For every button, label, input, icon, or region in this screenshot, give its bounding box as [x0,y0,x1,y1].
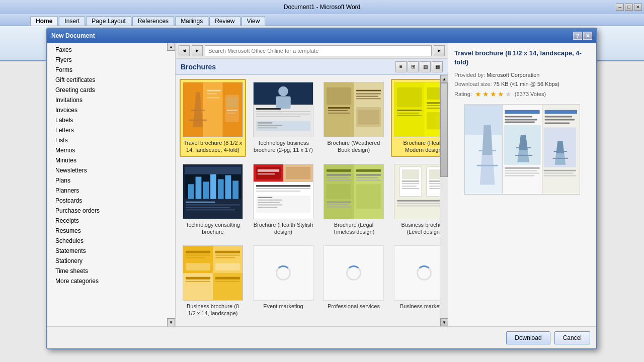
svg-rect-124 [215,257,235,258]
sidebar-item-purchase-orders[interactable]: Purchase orders [47,206,175,216]
dialog-close-button[interactable]: ✕ [583,32,592,40]
svg-rect-62 [186,201,215,203]
sidebar-scroll-down[interactable]: ▼ [167,318,175,326]
svg-rect-146 [515,155,532,156]
scroll-down-arrow[interactable]: ▼ [440,318,448,326]
template-weathered-book[interactable]: Brochure (Weathered Book design) [320,79,387,157]
template-event-marketing[interactable]: Event marketing [250,242,316,320]
sidebar-item-invitations[interactable]: Invitations [47,95,175,105]
search-input[interactable] [205,45,432,56]
svg-rect-111 [397,203,440,204]
svg-rect-159 [553,151,567,152]
preview-image-box [464,104,580,195]
cancel-button[interactable]: Cancel [554,331,590,344]
svg-rect-12 [227,110,238,111]
star-4: ★ [498,90,504,98]
svg-rect-56 [196,176,202,199]
svg-rect-89 [327,201,351,202]
sidebar-item-invoices[interactable]: Invoices [47,105,175,115]
sidebar-item-minutes[interactable]: Minutes [47,155,175,165]
sidebar-item-labels[interactable]: Labels [47,115,175,125]
template-tech-consulting[interactable]: Technology consulting brochure [180,161,246,239]
sidebar-scroll-up[interactable]: ▲ [167,43,175,51]
new-document-dialog: New Document ? ✕ ▲ Faxes Flyers Forms Gi… [46,28,597,349]
sidebar-item-letters[interactable]: Letters [47,125,175,135]
svg-rect-125 [215,263,240,271]
sidebar-item-gift-certificates[interactable]: Gift certificates [47,75,175,85]
svg-rect-138 [505,110,539,114]
svg-rect-94 [356,177,378,178]
svg-rect-41 [397,87,422,107]
svg-rect-152 [545,110,577,114]
svg-rect-127 [186,281,210,282]
sidebar-item-newsletters[interactable]: Newsletters [47,165,175,175]
sidebar-item-postcards[interactable]: Postcards [47,196,175,206]
sidebar-item-memos[interactable]: Memos [47,145,175,155]
view-btn-1[interactable]: ≡ [395,61,407,72]
search-go-button[interactable]: ► [434,45,445,56]
svg-rect-110 [397,200,440,201]
svg-rect-5 [191,110,205,111]
view-btn-3[interactable]: ▥ [420,61,431,72]
svg-rect-60 [225,175,231,199]
sidebar-item-greeting-cards[interactable]: Greeting cards [47,85,175,95]
svg-rect-79 [258,202,280,203]
svg-rect-17 [276,96,291,109]
sidebar-item-statements[interactable]: Statements [47,246,175,256]
template-business-landscape[interactable]: Business brochure (8 1/2 x 14, landscape… [180,242,246,320]
template-travel-brochure[interactable]: Travel brochure (8 1/2 x 14, landscape, … [180,79,246,157]
back-button[interactable]: ◄ [179,45,190,56]
sidebar-item-forms[interactable]: Forms [47,65,175,75]
svg-rect-149 [505,173,539,174]
sidebar-item-receipts[interactable]: Receipts [47,216,175,226]
svg-rect-75 [256,191,301,192]
preview-title: Travel brochure (8 1/2 x 14, landscape, … [454,49,590,67]
svg-rect-105 [429,169,440,179]
svg-rect-65 [186,209,235,210]
svg-rect-18 [256,108,281,110]
sidebar-item-planners[interactable]: Planners [47,186,175,196]
template-label-tech: Technology business brochure (2-pg, 11 x… [253,139,313,154]
hs-thumb-svg [254,164,313,219]
svg-rect-64 [186,207,230,208]
section-header: Brochures ≡ ⊞ ▥ ▦ [176,59,448,75]
svg-rect-51 [436,122,440,128]
template-legal-timeless[interactable]: Brochure (Legal Timeless design) [320,161,387,239]
forward-button[interactable]: ► [192,45,203,56]
svg-rect-96 [356,184,381,209]
svg-rect-109 [429,188,440,189]
dialog-help-button[interactable]: ? [573,32,582,40]
templates-scroll[interactable]: Travel brochure (8 1/2 x 14, landscape, … [176,75,440,326]
sidebar-item-resumes[interactable]: Resumes [47,226,175,236]
sidebar-item-lists[interactable]: Lists [47,135,175,145]
svg-rect-44 [397,115,422,116]
view-btn-4[interactable]: ▦ [432,61,443,72]
svg-rect-119 [186,255,210,256]
download-button[interactable]: Download [506,331,550,344]
svg-rect-68 [256,166,281,179]
sidebar-item-more-categories[interactable]: More categories [47,276,175,286]
sidebar-item-flyers[interactable]: Flyers [47,55,175,65]
template-label-lt: Brochure (Legal Timeless design) [324,221,384,236]
scroll-thumb[interactable] [440,83,448,177]
svg-rect-45 [427,87,440,100]
sidebar-item-plans[interactable]: Plans [47,175,175,186]
sidebar-item-stationery[interactable]: Stationery [47,256,175,266]
sidebar-item-time-sheets[interactable]: Time sheets [47,266,175,276]
sidebar-item-faxes[interactable]: Faxes [47,45,175,55]
sidebar-item-schedules[interactable]: Schedules [47,236,175,246]
template-professional-services[interactable]: Professional services [320,242,387,320]
view-btn-2[interactable]: ⊞ [408,61,419,72]
svg-rect-160 [552,158,568,159]
template-label-hs: Brochure (Health Stylish design) [253,221,313,236]
svg-rect-112 [397,205,440,206]
svg-rect-58 [210,174,216,199]
scroll-up-arrow[interactable]: ▲ [440,75,448,83]
template-business-level[interactable]: Business brochure (Level design) [391,161,440,239]
template-business-marketing[interactable]: Business marketing [391,242,440,320]
template-tech-business[interactable]: Technology business brochure (2-pg, 11 x… [250,79,316,157]
template-health-modern[interactable]: Brochure (Health Modern design) [391,79,440,157]
preview-svg [465,105,580,194]
svg-rect-92 [356,169,381,171]
template-health-stylish[interactable]: Brochure (Health Stylish design) [250,161,316,239]
